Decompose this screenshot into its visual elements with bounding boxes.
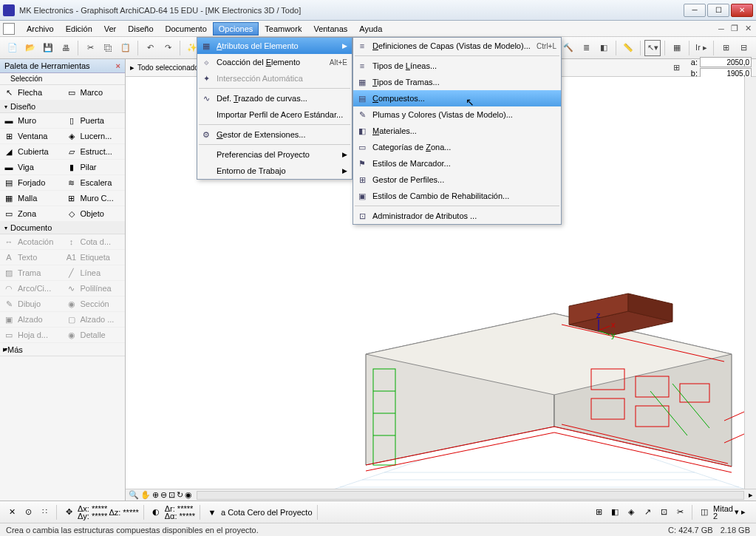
menu-item[interactable]: ▣Estilos de Cambio de Rehabilitación... xyxy=(353,188,561,204)
menu-item[interactable]: Entorno de Trabajo▶ xyxy=(197,163,352,179)
tool-acotacin[interactable]: ↔Acotación xyxy=(0,234,63,250)
tool-seccin[interactable]: ◉Sección xyxy=(63,296,126,312)
tool-cotad[interactable]: ↕Cota d... xyxy=(63,234,126,250)
menu-item[interactable]: Importar Perfil de Acero Estándar... xyxy=(197,106,352,123)
bb-t4[interactable]: ↗ xyxy=(640,505,655,520)
tb-cut[interactable]: ✂ xyxy=(82,40,98,56)
bb-t5[interactable]: ⊡ xyxy=(656,505,671,520)
tool-texto[interactable]: ATexto xyxy=(0,250,63,265)
menu-diseno[interactable]: Diseño xyxy=(122,22,159,35)
tool-pilar[interactable]: ▮Pilar xyxy=(63,160,126,175)
menu-ayuda[interactable]: Ayuda xyxy=(353,22,388,35)
section-diseno[interactable]: Diseño xyxy=(0,101,125,113)
tool-viga[interactable]: ▬Viga xyxy=(0,160,63,175)
tool-malla[interactable]: ▦Malla xyxy=(0,191,63,206)
tool-cubierta[interactable]: ◢Cubierta xyxy=(0,144,63,160)
nav-icon[interactable]: 🔍 xyxy=(129,490,139,500)
tool-trama[interactable]: ▨Trama xyxy=(0,265,63,281)
tool-lnea[interactable]: ╱Línea xyxy=(63,265,126,281)
tb-save[interactable]: 💾 xyxy=(40,40,56,56)
tb-extra2[interactable]: ⊟ xyxy=(735,40,752,56)
tool-objeto[interactable]: ◇Objeto xyxy=(63,206,126,222)
menu-documento[interactable]: Documento xyxy=(160,22,213,35)
menu-item[interactable]: ▦Atributos del Elemento▶ xyxy=(197,38,352,54)
tool-marco[interactable]: ▭Marco xyxy=(63,85,126,101)
tb-redo[interactable]: ↷ xyxy=(160,40,176,56)
coord-icon[interactable]: ⊞ xyxy=(669,60,685,76)
minimize-button[interactable]: ─ xyxy=(684,4,706,17)
mdi-minimize[interactable]: ─ xyxy=(716,24,726,34)
close-button[interactable]: ✕ xyxy=(731,4,753,17)
menu-item[interactable]: ⊡Administrador de Atributos ... xyxy=(353,208,561,224)
tool-hojad[interactable]: ▭Hoja d... xyxy=(0,328,63,343)
maximize-button[interactable]: ☐ xyxy=(707,4,729,17)
tb-sel-mode[interactable]: ↖▾ xyxy=(644,40,661,56)
tool-polilnea[interactable]: ∿Polilínea xyxy=(63,281,126,296)
menu-item[interactable]: ⚑Estilos de Marcador... xyxy=(353,155,561,172)
nav-icon5[interactable]: ⊡ xyxy=(168,490,175,500)
coord-a-input[interactable] xyxy=(700,57,752,67)
menu-item[interactable]: ◧Materiales... xyxy=(353,123,561,139)
bb-elev-icon[interactable]: ▼ xyxy=(205,505,219,520)
vertical-scrollbar[interactable] xyxy=(744,77,756,489)
tool-estruct[interactable]: ▱Estruct... xyxy=(63,144,126,160)
tool-etiqueta[interactable]: A1Etiqueta xyxy=(63,250,126,265)
tool-muroc[interactable]: ⊞Muro C... xyxy=(63,191,126,206)
bb-origin[interactable]: ✕ xyxy=(4,505,19,520)
tool-zona[interactable]: ▭Zona xyxy=(0,206,63,222)
tb-new[interactable]: 📄 xyxy=(4,40,21,56)
tool-alzado[interactable]: ▣Alzado xyxy=(0,312,63,328)
tool-ventana[interactable]: ⊞Ventana xyxy=(0,129,63,144)
tool-forjado[interactable]: ▤Forjado xyxy=(0,175,63,191)
bb-t6[interactable]: ✂ xyxy=(672,505,687,520)
tb-plot[interactable]: 🖶 xyxy=(58,40,74,56)
horizontal-scrollbar[interactable] xyxy=(197,491,744,500)
tool-lucern[interactable]: ◈Lucern... xyxy=(63,129,126,144)
mdi-close[interactable]: ✕ xyxy=(743,24,753,34)
mdi-restore[interactable]: ❐ xyxy=(729,24,740,34)
tool-escalera[interactable]: ≋Escalera xyxy=(63,175,126,191)
tb-ir[interactable]: Ir ▸ xyxy=(693,40,709,56)
tool-muro[interactable]: ▬Muro xyxy=(0,113,63,129)
nav-icon4[interactable]: ⊖ xyxy=(160,490,167,500)
menu-ventanas[interactable]: Ventanas xyxy=(307,22,353,35)
nav-icon2[interactable]: ✋ xyxy=(140,490,151,500)
bb-scale-icon[interactable]: ◫ xyxy=(697,505,712,520)
section-documento[interactable]: Documento xyxy=(0,222,125,234)
tool-puerta[interactable]: ▯Puerta xyxy=(63,113,126,129)
tool-dibujo[interactable]: ✎Dibujo xyxy=(0,296,63,312)
tb-copy[interactable]: ⿻ xyxy=(100,40,116,56)
nav-icon3[interactable]: ⊕ xyxy=(152,490,159,500)
menu-item[interactable]: ⊞Gestor de Perfiles... xyxy=(353,172,561,188)
tb-trace[interactable]: ◧ xyxy=(596,40,612,56)
palette-close[interactable]: × xyxy=(116,61,120,70)
menu-item[interactable]: ▤Compuestos... xyxy=(353,90,561,106)
menu-item[interactable]: ▭Categorías de Zona... xyxy=(353,139,561,155)
nav-right-icon[interactable]: ▸ xyxy=(749,490,753,500)
bb-move[interactable]: ✥ xyxy=(61,505,76,520)
menu-item[interactable]: ✎Plumas y Colores (Vistas de Modelo)... xyxy=(353,106,561,123)
menu-item[interactable]: Preferencias del Proyecto▶ xyxy=(197,146,352,163)
menu-item[interactable]: ≡Definiciones de Capas (Vistas de Modelo… xyxy=(353,38,561,54)
menu-item[interactable]: ⟐Coacción del ElementoAlt+E xyxy=(197,54,352,70)
nav-icon7[interactable]: ◉ xyxy=(185,490,192,500)
tb-measure[interactable]: 📏 xyxy=(620,40,636,56)
bb-snap[interactable]: ⊙ xyxy=(21,505,35,520)
tool-flecha[interactable]: ↖Flecha xyxy=(0,85,63,101)
tb-grid[interactable]: ▦ xyxy=(669,40,685,56)
tool-alzado[interactable]: ▢Alzado ... xyxy=(63,312,126,328)
menu-archivo[interactable]: Archivo xyxy=(21,22,60,35)
bb-t1[interactable]: ⊞ xyxy=(591,505,606,520)
menu-item[interactable]: ⚙Gestor de Extensiones... xyxy=(197,126,352,143)
bb-grid[interactable]: ∷ xyxy=(37,505,52,520)
menu-teamwork[interactable]: Teamwork xyxy=(259,22,307,35)
menu-item[interactable]: ≡Tipos de Líneas... xyxy=(353,58,561,74)
tb-open[interactable]: 📂 xyxy=(22,40,38,56)
section-mas[interactable]: ▸ Más xyxy=(0,343,125,356)
tb-reno[interactable]: 🔨 xyxy=(560,40,576,56)
menu-opciones[interactable]: Opciones xyxy=(213,22,259,35)
tb-extra1[interactable]: ⊞ xyxy=(718,40,734,56)
menu-ver[interactable]: Ver xyxy=(98,22,123,35)
nav-icon6[interactable]: ↻ xyxy=(177,490,183,500)
tool-arcoci[interactable]: ◠Arco/Ci... xyxy=(0,281,63,296)
